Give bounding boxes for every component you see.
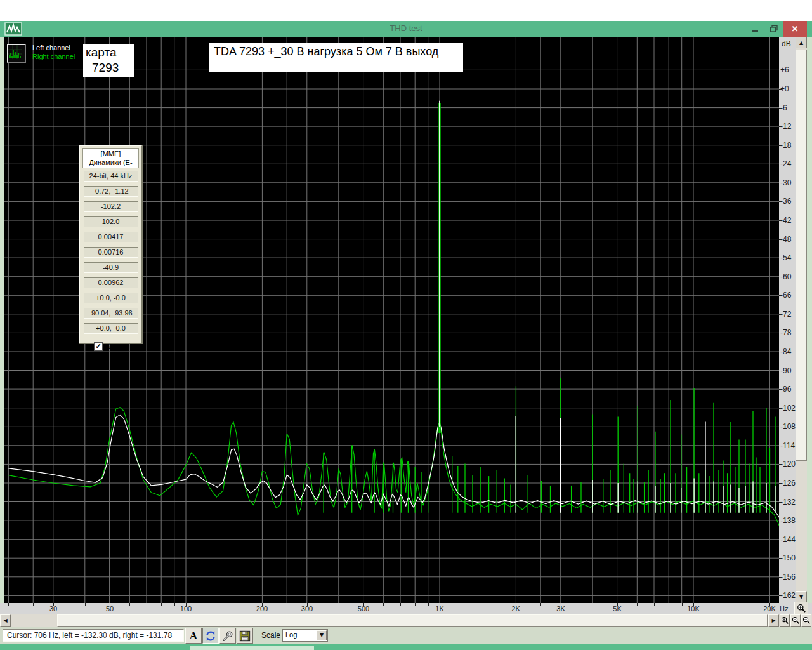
freq-tick-mark — [593, 603, 593, 606]
freq-tick-label: 200 — [251, 605, 273, 613]
magnifier-minus-icon — [802, 616, 811, 625]
db-tick-mark — [779, 446, 782, 446]
measurement-fields: 24-bit, 44 kHz-0.72, -1.12-102.2102.00.0… — [80, 171, 141, 334]
zoom-in-vertical-button[interactable] — [794, 602, 808, 615]
card-note-line1: карта — [86, 45, 134, 60]
db-tick-mark — [779, 352, 782, 352]
db-tick-mark — [779, 427, 782, 427]
scroll-up-button[interactable]: ▲ — [796, 37, 807, 48]
db-tick-mark — [779, 108, 782, 109]
db-tick-mark — [779, 540, 782, 540]
db-tick-label: -102 — [780, 404, 796, 413]
window-bottom-frame — [0, 644, 812, 650]
save-button[interactable] — [237, 628, 253, 644]
dropdown-arrow-icon[interactable]: ▼ — [317, 630, 327, 640]
freq-tick-label: 5K — [606, 605, 628, 613]
freq-tick-label: 50 — [99, 605, 121, 613]
db-tick-mark — [779, 371, 782, 371]
freq-tick-mark — [540, 603, 541, 606]
cursor-readout: Cursor: 706 Hz, left = -132.30 dB, right… — [3, 629, 184, 642]
measurement-panel[interactable]: [MME] Динамики (E- 24-bit, 44 kHz-0.72, … — [79, 145, 143, 344]
font-button[interactable]: A — [185, 628, 202, 644]
db-tick-label: -120 — [780, 460, 796, 468]
db-tick-mark — [779, 145, 782, 146]
scale-label: Scale — [261, 631, 280, 640]
freq-tick-mark — [147, 603, 147, 606]
scale-dropdown-value: Log — [285, 631, 297, 639]
scroll-left-button[interactable]: ◀ — [0, 614, 11, 627]
zoom-out-vertical-button[interactable] — [801, 614, 811, 627]
restore-button[interactable] — [765, 21, 783, 37]
db-tick-mark — [779, 333, 782, 333]
freq-tick-label: 2K — [505, 605, 527, 613]
window-right-frame — [807, 37, 812, 603]
db-tick-mark — [779, 126, 782, 127]
freq-tick-mark — [400, 603, 401, 606]
db-tick-mark — [779, 277, 782, 277]
magnifier-minus-icon — [792, 616, 800, 625]
card-note-line2: 7293 — [86, 60, 134, 76]
minimize-button[interactable] — [746, 21, 764, 37]
db-tick-mark — [779, 502, 782, 503]
close-button[interactable]: ✕ — [783, 21, 807, 37]
db-tick-mark — [779, 183, 782, 183]
frequency-axis: 30501002003005001K2K3K5K10K20K Hz — [0, 603, 812, 614]
freq-tick-mark — [129, 603, 130, 606]
select-checkbox[interactable]: ✓ — [94, 342, 103, 351]
right-channel-trace — [8, 408, 779, 529]
device-header-line1: [MME] — [83, 149, 138, 158]
status-toolbar: Cursor: 706 Hz, left = -132.30 dB, right… — [0, 627, 812, 644]
scroll-down-button[interactable]: ▼ — [796, 591, 807, 602]
horizontal-scrollbar[interactable]: ◀ ▶ — [0, 614, 812, 627]
db-tick-mark — [779, 220, 782, 221]
db-tick-label: -126 — [780, 479, 796, 488]
zoom-in-horizontal-button[interactable] — [780, 614, 790, 627]
vertical-scroll-thumb[interactable] — [796, 50, 807, 461]
vertical-scrollbar[interactable]: ▲ ▼ — [796, 37, 807, 603]
measurement-field: -0.72, -1.12 — [84, 186, 138, 197]
font-icon: A — [190, 630, 197, 642]
db-tick-mark — [779, 295, 782, 296]
options-button[interactable] — [219, 628, 236, 644]
magnifier-plus-icon — [781, 616, 789, 625]
db-tick-label: -138 — [780, 516, 796, 525]
measurement-field: -90.04, -93.96 — [84, 308, 138, 319]
horizontal-scroll-thumb[interactable] — [57, 614, 768, 627]
spectrum-thumbnail-icon[interactable] — [7, 44, 26, 63]
window-title: THD test — [0, 23, 812, 33]
restore-icon — [770, 25, 778, 32]
select-option[interactable]: ✓ Select — [94, 342, 141, 351]
freq-tick-label: 1K — [429, 605, 450, 613]
scroll-right-button[interactable]: ▶ — [768, 614, 779, 627]
db-tick-label: -114 — [780, 441, 795, 450]
db-tick-mark — [779, 89, 782, 90]
zoom-out-horizontal-button[interactable] — [790, 614, 801, 627]
measurement-field: 102.0 — [84, 216, 138, 227]
taskbar-fragment — [190, 646, 314, 650]
scale-dropdown[interactable]: Log ▼ — [282, 629, 328, 642]
device-header-line2: Динамики (E- — [83, 158, 138, 167]
freq-tick-mark — [415, 603, 416, 606]
close-icon: ✕ — [792, 24, 799, 34]
db-axis-unit: dB — [782, 39, 791, 48]
thd-test-window: THD test ✕ — [0, 21, 812, 650]
titlebar: THD test ✕ — [0, 21, 812, 37]
db-tick-mark — [779, 483, 782, 484]
freq-tick-mark — [383, 603, 384, 606]
freq-tick-label: 10K — [683, 605, 704, 613]
hz-axis-unit: Hz — [780, 605, 788, 613]
freq-tick-label: 500 — [353, 605, 374, 613]
refresh-icon — [205, 630, 216, 642]
db-tick-mark — [779, 201, 782, 202]
db-axis: dB +6+0-6-12-18-24-30-36-42-48-54-60-66-… — [779, 37, 796, 603]
test-title-box: TDA 7293 +_30 В нагрузка 5 Ом 7 В выход — [209, 43, 463, 72]
device-header: [MME] Динамики (E- — [82, 148, 139, 168]
db-tick-label: -108 — [780, 422, 796, 431]
db-tick-mark — [779, 577, 782, 578]
measurement-field: 0.00417 — [84, 232, 138, 242]
freq-tick-label: 20K — [759, 605, 780, 613]
refresh-button[interactable] — [202, 628, 219, 644]
db-tick-mark — [779, 258, 782, 258]
measurement-field: 24-bit, 44 kHz — [84, 171, 138, 182]
freq-tick-mark — [287, 603, 287, 606]
